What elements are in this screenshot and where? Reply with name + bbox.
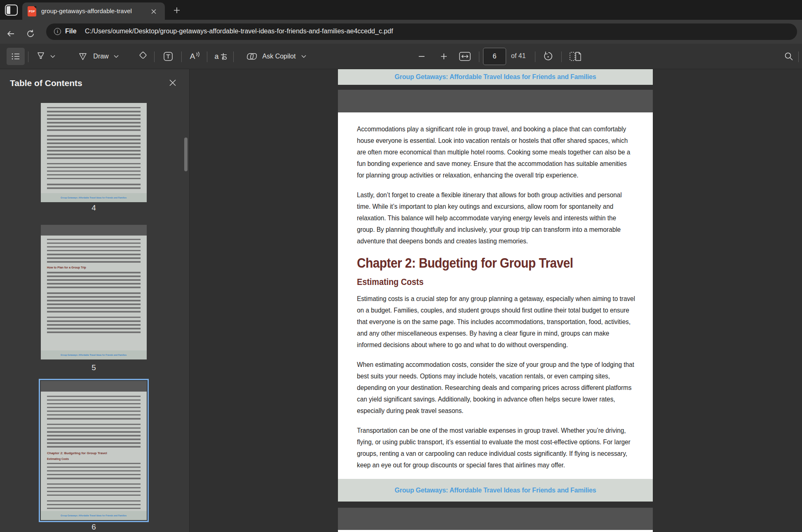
zoom-in-button[interactable]: [436, 48, 451, 65]
paragraph: Accommodations play a significant role i…: [357, 124, 635, 181]
highlighter-button[interactable]: [33, 48, 58, 65]
ask-copilot-button[interactable]: Ask Copilot: [238, 48, 315, 65]
new-tab-button[interactable]: [171, 4, 183, 16]
thumbnail-label-4: 4: [41, 203, 147, 212]
address-bar: i File C:/Users/oumek/Desktop/group-geta…: [0, 20, 802, 44]
tab-bar: PDF group-getaways-affordable-travel: [0, 0, 802, 20]
running-footer: Group Getaways: Affordable Travel Ideas …: [395, 487, 596, 494]
page-6-text: Accommodations play a significant role i…: [357, 124, 635, 479]
thumbnail-label-6: 6: [41, 523, 147, 532]
thumbnail-footer-strip: Group Getaways: Affordable Travel Ideas …: [41, 193, 147, 202]
page-7-header-band: [338, 508, 653, 530]
protocol-label: File: [65, 28, 77, 35]
running-header: Group Getaways: Affordable Travel Ideas …: [395, 73, 596, 81]
thumbnail-page-6-preview: Chapter 2: Budgeting for Group Travel Es…: [41, 381, 147, 520]
pdf-page-7: [338, 508, 653, 532]
page-5-footer-strip: Group Getaways: Affordable Travel Ideas …: [338, 69, 653, 85]
kana-glyph-icon: [220, 52, 227, 61]
browser-tab[interactable]: PDF group-getaways-affordable-travel: [22, 2, 165, 20]
read-aloud-button[interactable]: A: [186, 48, 204, 65]
rotate-button[interactable]: [540, 48, 556, 65]
refresh-icon[interactable]: [24, 25, 37, 42]
info-icon[interactable]: i: [54, 28, 61, 35]
paragraph: Estimating costs is a crucial step for a…: [357, 293, 635, 351]
chapter-heading: Chapter 2: Budgeting for Group Travel: [357, 255, 635, 271]
ask-copilot-label: Ask Copilot: [263, 53, 296, 60]
page-number-input[interactable]: [483, 48, 506, 65]
eraser-button[interactable]: [134, 48, 151, 65]
table-of-contents-button[interactable]: [7, 48, 25, 65]
file-path: C:/Users/oumek/Desktop/group-getaways-af…: [85, 28, 393, 35]
toc-sidebar: Table of Contents Group Getaways: Afford…: [0, 69, 190, 532]
page-number-value[interactable]: [483, 48, 506, 65]
thumbnail-page-4-preview: Group Getaways: Affordable Travel Ideas …: [41, 103, 147, 202]
thumbnail-footer-strip: Group Getaways: Affordable Travel Ideas …: [41, 350, 147, 359]
paragraph: Transportation can be one of the most va…: [357, 425, 635, 471]
sidebar-close-icon[interactable]: [166, 77, 179, 89]
page-count-label: of 41: [511, 52, 526, 60]
pdf-viewer-canvas[interactable]: Group Getaways: Affordable Travel Ideas …: [190, 69, 802, 532]
thumbnail-page-4[interactable]: Group Getaways: Affordable Travel Ideas …: [41, 103, 147, 202]
thumbnail-footer-strip: Group Getaways: Affordable Travel Ideas …: [41, 511, 147, 520]
page-view-button[interactable]: [566, 48, 584, 65]
thumbnail-page-5[interactable]: How to Plan for a Group Trip Group Getaw…: [41, 225, 147, 359]
thumbnail-5-heading: How to Plan for a Group Trip: [47, 266, 86, 269]
section-heading: Estimating Costs: [357, 277, 635, 287]
thumbnail-6-subheading: Estimating Costs: [47, 457, 69, 460]
tab-title: group-getaways-affordable-travel: [41, 7, 148, 16]
draw-button[interactable]: Draw: [69, 48, 127, 65]
fit-to-width-button[interactable]: [456, 48, 474, 65]
page-6-footer-strip: Group Getaways: Affordable Travel Ideas …: [338, 479, 653, 502]
chevron-down-icon: [114, 55, 119, 58]
back-icon[interactable]: [4, 25, 17, 42]
workspace-icon[interactable]: [5, 5, 18, 16]
draw-label: Draw: [93, 53, 108, 60]
thumbnail-6-heading: Chapter 2: Budgeting for Group Travel: [47, 451, 107, 455]
paragraph: When estimating accommodation costs, con…: [357, 359, 635, 417]
pdf-toolbar: Draw A a Ask Copilot: [0, 44, 802, 69]
thumbnail-page-5-preview: How to Plan for a Group Trip Group Getaw…: [41, 225, 147, 359]
thumbnail-page-6[interactable]: Chapter 2: Budgeting for Group Travel Es…: [41, 381, 147, 520]
translate-button[interactable]: a: [212, 48, 230, 65]
sidebar-title: Table of Contents: [10, 78, 82, 88]
page-6-header-band: [338, 90, 653, 112]
chevron-down-icon: [301, 55, 306, 58]
zoom-out-button[interactable]: [414, 48, 429, 65]
thumbnail-label-5: 5: [41, 363, 147, 372]
copilot-icon: [247, 51, 258, 62]
pdf-page-6: Accommodations play a significant role i…: [338, 90, 653, 502]
tab-close-icon[interactable]: [150, 8, 157, 15]
sidebar-scrollbar[interactable]: [184, 138, 188, 171]
search-icon[interactable]: [781, 48, 797, 65]
paragraph: Lastly, don’t forget to create a flexibl…: [357, 189, 635, 247]
pdf-file-icon: PDF: [28, 6, 36, 16]
add-text-button[interactable]: [160, 48, 176, 65]
url-field[interactable]: i File C:/Users/oumek/Desktop/group-geta…: [46, 23, 797, 40]
chevron-down-icon: [50, 55, 55, 58]
